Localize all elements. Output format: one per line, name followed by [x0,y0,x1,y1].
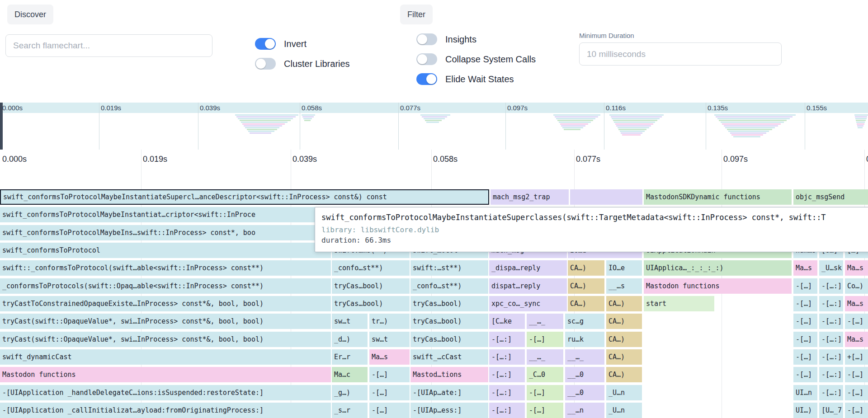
flame-frame[interactable]: Ma…c [332,367,368,382]
flame-frame[interactable]: UI…n [793,385,817,400]
flame-frame[interactable]: -[…] [793,296,817,311]
flame-frame[interactable]: -[…] [845,403,868,418]
flame-frame[interactable]: CA…) [568,278,604,294]
flame-frame[interactable]: __…_ [527,349,563,365]
flame-frame[interactable]: UIApplica…_:_:_:_:) [644,260,792,276]
flame-frame[interactable]: _confo…st**) [332,260,410,276]
flame-frame[interactable]: -[…:] [819,278,843,294]
flame-frame[interactable]: Mastod…tions [410,367,488,382]
flame-frame[interactable]: -[UIAp…ess:] [410,403,488,418]
flame-frame[interactable]: sw…t [332,314,368,329]
flame-frame[interactable]: CA…) [606,367,642,382]
flame-frame[interactable]: Ma…s [793,260,817,276]
flame-frame[interactable]: -[UIApplication _callInitializat…ayload:… [0,403,331,418]
flame-frame[interactable]: swift_conformsToProtocolMaybeIns…swift::… [0,225,331,240]
flame-frame[interactable]: __…s [606,278,642,294]
flame-frame[interactable]: CA…) [568,260,604,276]
flame-frame[interactable]: -[…] [369,385,410,400]
flame-frame[interactable]: Er…r [332,349,368,365]
insights-toggle[interactable] [416,33,437,45]
flame-frame[interactable]: tryCas…bool) [332,278,410,294]
flame-frame[interactable]: _U…sk [819,260,843,276]
flame-frame[interactable]: -[UIAp…ate:] [410,385,488,400]
flame-frame[interactable]: _confo…st**) [410,278,488,294]
flame-frame[interactable]: CA…) [606,332,642,347]
flame-frame[interactable]: xpc_co…_sync [489,296,567,311]
flame-frame[interactable]: -[…] [845,385,868,400]
flame-frame[interactable]: [U…_7 [819,403,843,418]
flame-frame[interactable]: __…0 [565,385,604,400]
flame-frame-selected[interactable]: swift_conformsToProtocolMaybeInstantiate… [0,189,489,205]
flame-frame[interactable] [570,189,642,205]
flame-frame[interactable]: _C…0 [527,367,563,382]
flame-frame[interactable]: -[…:] [489,385,525,400]
flame-frame[interactable]: -[…] [845,314,868,329]
flame-frame[interactable]: -[…:] [819,332,843,347]
flame-frame[interactable]: tr…) [369,314,410,329]
flame-frame[interactable]: CA…) [606,349,642,365]
flame-frame[interactable]: -[…] [793,332,817,347]
flame-frame[interactable]: -[…] [527,403,563,418]
flame-frame[interactable]: tryCastToConstrainedOpaqueExiste…InProce… [0,296,331,311]
flame-frame[interactable]: -[…] [793,314,817,329]
flame-frame[interactable]: -[…] [369,403,410,418]
flame-frame[interactable]: __…_ [527,314,563,329]
elide-wait-states-toggle[interactable] [416,73,437,85]
flame-frame[interactable]: tryCas…bool) [410,332,488,347]
flame-frame[interactable]: _g…) [332,385,368,400]
flame-frame[interactable]: -[…] [793,278,817,294]
flame-frame[interactable]: MastodonSDKDynamic functions [644,189,792,205]
flame-frame[interactable]: -[…:] [489,332,525,347]
flame-frame[interactable]: -[…:] [819,385,843,400]
flame-frame[interactable]: tryCast(swift::OpaqueValue*, swi…InProce… [0,314,331,329]
flame-frame[interactable]: Ma…s [845,296,868,311]
flame-frame[interactable]: IO…e [606,260,642,276]
flame-frame[interactable]: _conformsToProtocols(swift::Opaq…able<sw… [0,278,331,294]
flame-frame[interactable]: __…0 [565,367,604,382]
flame-frame[interactable]: _dispa…reply [489,260,567,276]
flame-frame[interactable]: -[…:] [819,314,843,329]
flame-frame[interactable]: CA…) [568,296,604,311]
flame-frame[interactable]: Mastodon functions [0,367,331,382]
flame-frame[interactable]: mach_msg2_trap [491,189,569,205]
flame-frame[interactable]: _d…) [332,332,368,347]
flame-frame[interactable]: swift_…cCast [410,349,488,365]
flame-frame[interactable]: -[…] [793,367,817,382]
flame-frame[interactable]: tryCas…bool) [410,296,488,311]
flame-frame[interactable]: Co…) [845,278,868,294]
flame-frame[interactable]: -[…:] [489,349,525,365]
minimum-duration-input[interactable] [579,42,782,66]
flame-frame[interactable]: tryCas…bool) [410,314,488,329]
cluster-libraries-toggle[interactable] [255,58,276,70]
flame-frame[interactable]: _U…n [606,403,642,418]
flame-frame[interactable]: UI…) [793,403,817,418]
flame-frame[interactable]: Mastodon functions [644,278,792,294]
filter-button[interactable]: Filter [400,5,433,24]
flame-frame[interactable]: -[…] [845,367,868,382]
flame-frame[interactable]: +[…] [845,349,868,365]
flame-frame[interactable]: __…_ [565,349,604,365]
flame-frame[interactable]: swift::_conformsToProtocol(swift…able<sw… [0,260,331,276]
flame-frame[interactable]: _s…r [332,403,368,418]
minimap[interactable]: 0.000s0.019s0.039s0.058s0.077s0.097s0.11… [0,103,868,150]
flame-frame[interactable]: -[…:] [489,367,525,382]
flame-frame[interactable]: dispat…reply [489,278,567,294]
flame-frame[interactable]: swift_conformsToProtocolMaybeInstantiat…… [0,207,331,222]
flame-frame[interactable]: CA…) [606,296,642,311]
flame-frame[interactable]: objc_msgSend [793,189,868,205]
invert-toggle[interactable] [255,38,276,50]
flame-frame[interactable]: Ma…s [369,349,410,365]
flame-frame[interactable]: Ma…s [845,260,868,276]
flame-frame[interactable]: Ma…s [845,332,868,347]
flame-frame[interactable]: tryCas…bool) [332,296,410,311]
flame-frame[interactable]: -[…:] [819,367,843,382]
flame-frame[interactable]: swift_conformsToProtocol [0,243,331,258]
collapse-system-calls-toggle[interactable] [416,53,437,65]
flame-frame[interactable]: _U…n [606,385,642,400]
flame-frame[interactable]: start [644,296,714,311]
flame-frame[interactable]: swift_dynamicCast [0,349,331,365]
flame-frame[interactable]: swift:…st**) [410,260,488,276]
flame-frame[interactable]: -[…] [527,332,563,347]
flame-frame[interactable]: -[…:] [489,403,525,418]
flame-frame[interactable]: -[…] [369,367,410,382]
